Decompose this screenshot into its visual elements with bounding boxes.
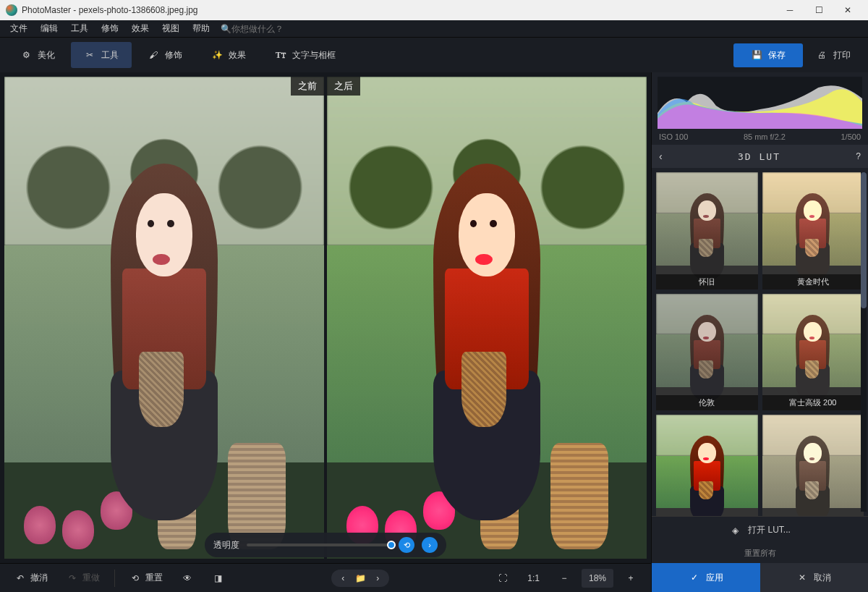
bottom-toolbar: ↶撤消 ↷重做 ⟲重置 👁 ◨ ‹ 📁 › ⛶ 1:1 − 18% + <box>0 563 651 592</box>
before-image <box>4 77 324 559</box>
zoom-in-button[interactable]: + <box>618 568 644 588</box>
fit-screen-button[interactable]: ⛶ <box>490 568 516 588</box>
redo-button[interactable]: ↷重做 <box>59 567 107 588</box>
lut-preset-grid: 怀旧 黄金时代 伦敦 富士高级 200 <box>652 168 868 516</box>
zoom-actual-button[interactable]: 1:1 <box>520 569 547 588</box>
right-panel: ISO 100 85 mm f/2.2 1/500 ‹ 3D LUT ? 怀旧 … <box>651 72 868 592</box>
panel-back-button[interactable]: ‹ <box>659 151 663 162</box>
next-file-button[interactable]: › <box>372 572 383 584</box>
compare-icon: ◨ <box>212 572 224 584</box>
prev-file-button[interactable]: ‹ <box>337 572 349 584</box>
menu-tools[interactable]: 工具 <box>65 21 94 36</box>
app-logo-icon <box>6 4 17 16</box>
after-image <box>327 77 647 559</box>
lut-scroll-handle[interactable] <box>861 172 867 308</box>
compare-view: 之前 之后 透明度 ⟲ <box>0 72 651 563</box>
menu-retouch[interactable]: 修饰 <box>95 21 124 36</box>
folder-icon[interactable]: 📁 <box>354 572 366 584</box>
lut-preset-london[interactable]: 伦敦 <box>656 294 758 411</box>
histogram-panel: ISO 100 85 mm f/2.2 1/500 <box>652 72 868 145</box>
histogram-chart <box>658 77 862 129</box>
wand-icon: ✨ <box>211 49 223 61</box>
opacity-next-button[interactable]: › <box>422 537 438 553</box>
search-icon: 🔍 <box>220 23 231 35</box>
canvas-area: 之前 之后 透明度 ⟲ <box>0 72 651 592</box>
opacity-reset-button[interactable]: ⟲ <box>399 537 414 553</box>
tab-effects[interactable]: ✨效果 <box>198 42 259 68</box>
main-toolbar: ⚙美化 ✂工具 🖌修饰 ✨效果 Tᴛ文字与相框 💾保存 🖨打印 <box>0 38 868 72</box>
lut-preset-5[interactable] <box>656 415 758 516</box>
lut-preset-6[interactable] <box>762 415 864 516</box>
close-icon: ✕ <box>796 572 808 583</box>
zoom-level[interactable]: 18% <box>582 569 613 588</box>
menu-view[interactable]: 视图 <box>156 21 185 36</box>
panel-actions: ✓应用 ✕取消 <box>652 563 868 592</box>
print-icon: 🖨 <box>816 49 827 61</box>
window-maximize-button[interactable]: ☐ <box>804 0 833 20</box>
file-nav-group: ‹ 📁 › <box>331 570 389 587</box>
print-button[interactable]: 🖨打印 <box>806 43 861 67</box>
opacity-slider-bar: 透明度 ⟲ › <box>205 533 446 557</box>
window-minimize-button[interactable]: ─ <box>775 0 804 20</box>
undo-icon: ↶ <box>14 572 26 584</box>
menu-file[interactable]: 文件 <box>4 21 33 36</box>
text-icon: Tᴛ <box>275 49 286 61</box>
histo-lens: 85 mm f/2.2 <box>744 132 786 141</box>
tab-beautify[interactable]: ⚙美化 <box>7 42 68 68</box>
save-button[interactable]: 💾保存 <box>733 43 803 67</box>
lut-preset-nostalgia[interactable]: 怀旧 <box>656 172 758 289</box>
save-icon: 💾 <box>751 49 762 61</box>
window-titlebar: PhotoMaster - pexels-photo-1386608.jpeg.… <box>0 0 868 20</box>
check-icon: ✓ <box>689 572 700 583</box>
panel-header: ‹ 3D LUT ? <box>652 145 868 168</box>
menu-edit[interactable]: 编辑 <box>35 21 64 36</box>
cube-icon: ◈ <box>729 525 741 536</box>
menu-help[interactable]: 帮助 <box>187 21 216 36</box>
menu-effects[interactable]: 效果 <box>126 21 155 36</box>
opacity-label: 透明度 <box>213 539 239 551</box>
menu-bar: 文件 编辑 工具 修饰 效果 视图 帮助 🔍 <box>0 20 868 38</box>
menu-search[interactable]: 🔍 <box>220 23 318 35</box>
before-label: 之前 <box>291 77 324 96</box>
reset-button[interactable]: ⟲重置 <box>122 567 170 588</box>
compare-toggle-button[interactable]: ◨ <box>205 568 231 588</box>
window-title: PhotoMaster - pexels-photo-1386608.jpeg.… <box>22 5 775 15</box>
histo-shutter: 1/500 <box>841 132 861 141</box>
reset-all-button[interactable]: 重置所有 <box>652 544 868 563</box>
opacity-slider[interactable] <box>247 544 391 546</box>
before-pane[interactable]: 之前 <box>4 77 324 559</box>
eye-icon: 👁 <box>182 572 193 584</box>
apply-button[interactable]: ✓应用 <box>652 563 760 592</box>
undo-button[interactable]: ↶撤消 <box>7 567 55 588</box>
tab-retouch[interactable]: 🖌修饰 <box>135 42 195 68</box>
crop-icon: ✂ <box>84 49 95 61</box>
panel-help-button[interactable]: ? <box>856 151 861 161</box>
sliders-icon: ⚙ <box>20 49 32 61</box>
tab-text-frame[interactable]: Tᴛ文字与相框 <box>262 42 349 68</box>
plus-icon: + <box>625 572 637 584</box>
after-label: 之后 <box>327 77 360 96</box>
minus-icon: − <box>558 572 570 584</box>
fit-icon: ⛶ <box>497 572 509 584</box>
cancel-button[interactable]: ✕取消 <box>760 563 869 592</box>
tab-tools[interactable]: ✂工具 <box>71 42 132 68</box>
reset-icon: ⟲ <box>129 572 141 584</box>
zoom-out-button[interactable]: − <box>551 568 577 588</box>
menu-search-input[interactable] <box>231 24 318 34</box>
window-close-button[interactable]: ✕ <box>833 0 862 20</box>
histo-iso: ISO 100 <box>659 132 688 141</box>
opacity-thumb[interactable] <box>387 541 396 549</box>
after-pane[interactable]: 之后 <box>327 77 647 559</box>
preview-button[interactable]: 👁 <box>174 568 200 588</box>
lut-preset-fuji-200[interactable]: 富士高级 200 <box>762 294 864 411</box>
lut-scrollbar[interactable] <box>861 172 867 512</box>
lut-preset-golden-age[interactable]: 黄金时代 <box>762 172 864 289</box>
redo-icon: ↷ <box>67 572 78 584</box>
panel-title: 3D LUT <box>738 151 780 162</box>
open-lut-button[interactable]: ◈ 打开 LUT... <box>652 516 868 544</box>
brush-icon: 🖌 <box>148 49 159 61</box>
